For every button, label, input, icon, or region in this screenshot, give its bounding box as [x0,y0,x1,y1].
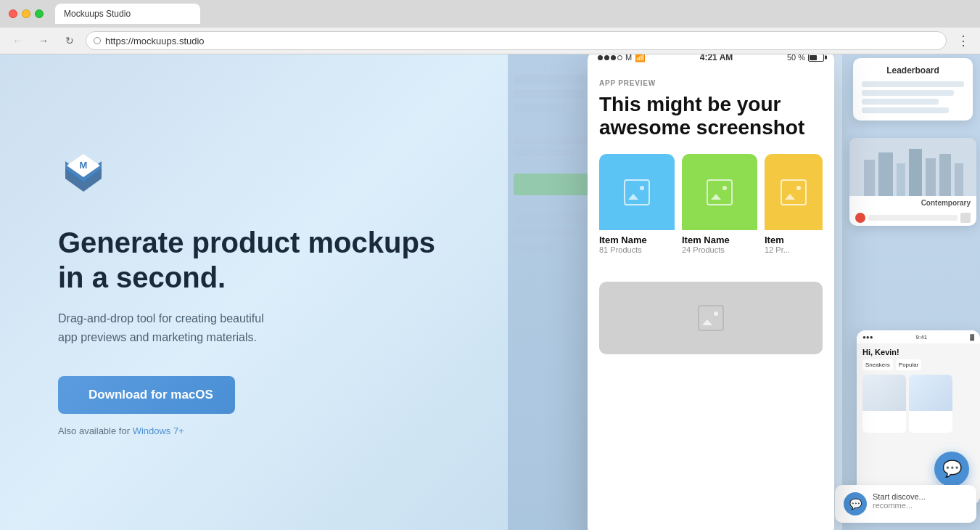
discover-text-block: Start discove... recomme... [873,492,926,510]
image-placeholder-icon-3 [781,179,807,205]
close-button[interactable] [9,9,17,18]
item-card-3-count: 12 Pr... [765,245,823,254]
phone-bottom [588,282,834,354]
item-card-3: Item 12 Pr... [765,154,823,258]
phone-app-content: APP PREVIEW This might be your awesome s… [588,68,834,282]
small-item-popular: Popular [896,359,922,370]
browser-titlebar: Mockuups Studio [0,0,980,28]
item-card-2-count: 24 Products [682,245,757,254]
signal-dot-2 [604,55,609,60]
bottom-placeholder-image [599,282,823,354]
windows-link[interactable]: Windows 7+ [133,425,184,436]
svg-rect-5 [864,160,875,196]
tab-title: Mockuups Studio [64,9,131,19]
chat-bubble-button[interactable]: 💬 [934,452,969,486]
small-tags: Sneakers Popular [862,359,974,370]
image-placeholder-icon-2 [707,179,733,205]
browser-toolbar: ← → ↻ https://mockuups.studio ⋮ [0,28,980,54]
svg-rect-11 [955,163,963,196]
discover-subtitle: recomme... [873,501,926,510]
url-text: https://mockuups.studio [105,36,205,46]
preview-section: M 📶 4:21 AM 50 % APP PREVIEW This might … [508,54,980,530]
small-phone-status: ●●● 9:41 ▓ [857,330,980,343]
discover-title: Start discove... [873,492,926,501]
browser-menu-button[interactable]: ⋮ [952,30,973,51]
contemporary-svg [849,138,976,196]
app-preview-title: This might be your awesome screenshot [599,93,823,139]
logo-container: M [58,148,450,202]
also-available-text: Also available for Windows 7+ [58,425,450,436]
contemporary-label: Contemporary [849,196,976,210]
leaderboard-card: Leaderboard [853,58,973,121]
forward-button[interactable]: → [33,30,54,51]
discover-chat-icon: 💬 [844,492,867,515]
battery-icon [808,54,824,62]
signal-dot-3 [611,55,616,60]
signal-dot-4 [617,55,622,60]
search-icon [94,37,101,44]
status-time: 4:21 AM [700,54,733,62]
page-content: M Generate product mockups in a second. … [0,54,980,530]
chat-icon: 💬 [942,460,962,478]
lb-row-3 [862,99,939,105]
svg-rect-6 [878,152,893,196]
image-placeholder-icon-1 [624,179,650,205]
item-card-2: Item Name 24 Products [682,154,757,258]
hero-title: Generate product mockups in a second. [58,225,450,295]
small-product-1 [862,375,906,433]
leaderboard-title: Leaderboard [862,65,964,76]
item-card-1-count: 81 Products [599,245,675,254]
item-card-1-name: Item Name [599,235,675,245]
small-item-sneakers: Sneakers [862,359,893,370]
svg-rect-9 [926,158,936,196]
discover-card: 💬 Start discove... recomme... [835,485,976,523]
lb-row-2 [862,90,954,96]
small-signal: ●●● [862,334,873,341]
status-left: M 📶 [598,54,646,62]
download-btn-label: Download for macOS [88,388,213,402]
battery-fill [810,55,817,60]
hero-section: M Generate product mockups in a second. … [0,54,508,530]
address-bar[interactable]: https://mockuups.studio [86,31,947,50]
phone-mockup: M 📶 4:21 AM 50 % APP PREVIEW This might … [588,54,834,530]
lb-row-1 [862,81,964,87]
small-product-cards [862,375,974,433]
traffic-lights [9,9,44,18]
item-card-3-image [765,154,823,230]
contemporary-card: Contemporary [849,138,976,226]
signal-dots [598,55,622,60]
contemporary-actions [849,210,976,226]
app-preview-label: APP PREVIEW [599,79,823,87]
item-card-1-info: Item Name 81 Products [599,230,675,258]
item-card-1-image [599,154,675,230]
svg-rect-10 [939,154,951,196]
action-btn [960,213,971,223]
carrier-label: M [625,54,632,62]
app-logo: M [58,148,109,199]
small-battery: ▓ [970,334,974,341]
download-macos-button[interactable]: Download for macOS [58,376,235,414]
back-button[interactable]: ← [7,30,28,51]
wifi-icon: 📶 [635,54,646,62]
action-line-1 [868,215,958,221]
active-tab[interactable]: Mockuups Studio [55,4,200,24]
minimize-button[interactable] [22,9,30,18]
items-grid: Item Name 81 Products Item Name 24 Produ… [599,154,823,258]
item-card-3-info: Item 12 Pr... [765,230,823,258]
left-bg-panel [508,54,595,530]
phone-status-bar: M 📶 4:21 AM 50 % [588,54,834,68]
contemporary-image [849,138,976,196]
item-card-2-info: Item Name 24 Products [682,230,757,258]
battery-percent: 50 % [787,54,805,62]
discover-icon-symbol: 💬 [849,498,862,510]
action-dot-1 [855,213,865,223]
maximize-button[interactable] [35,9,44,18]
svg-text:M: M [80,160,88,171]
lb-row-4 [862,107,949,113]
svg-rect-8 [909,149,922,196]
item-card-2-image [682,154,757,230]
refresh-button[interactable]: ↻ [59,30,80,51]
svg-rect-7 [897,163,905,196]
browser-chrome: Mockuups Studio ← → ↻ https://mockuups.s… [0,0,980,54]
item-card-1: Item Name 81 Products [599,154,675,258]
